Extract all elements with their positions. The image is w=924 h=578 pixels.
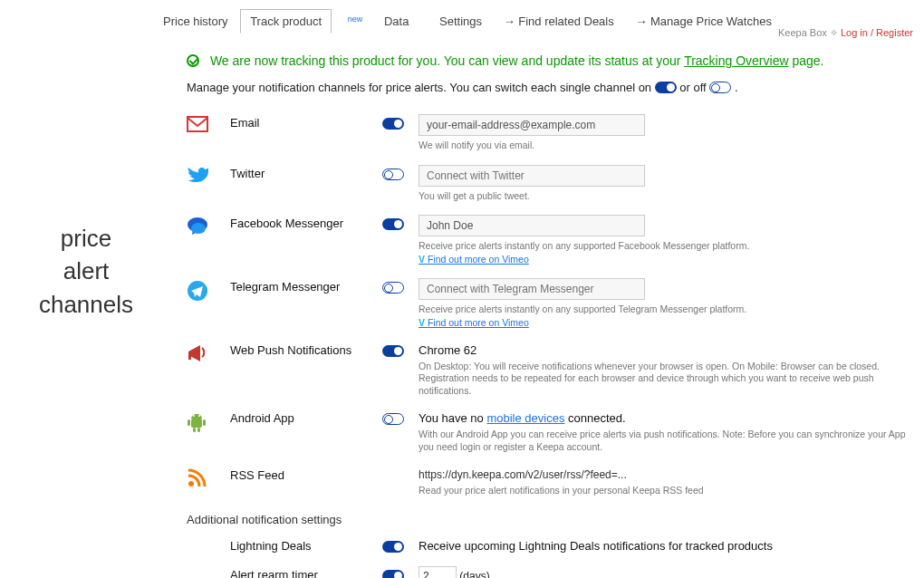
rss-sub: Read your price alert notifications in y… <box>419 485 906 497</box>
email-toggle[interactable] <box>382 118 404 130</box>
tracking-overview-link[interactable]: Tracking Overview <box>684 53 788 68</box>
megaphone-icon <box>187 343 208 363</box>
check-icon <box>187 54 199 67</box>
messenger-icon <box>187 217 208 236</box>
svg-rect-7 <box>203 419 206 426</box>
setting-rearm: Alert rearm timer 2 (days) How does it w… <box>187 559 924 578</box>
twitter-connect-input[interactable] <box>419 165 645 187</box>
channel-rss: RSS Feed https://dyn.keepa.com/v2/user/r… <box>187 459 924 503</box>
email-sub: We will notify you via email. <box>419 140 906 152</box>
push-sub: On Desktop: You will receive notificatio… <box>419 361 906 398</box>
setting-label: Alert rearm timer <box>230 566 382 578</box>
svg-rect-6 <box>188 419 190 426</box>
channel-android: Android App You have no mobile devices c… <box>187 402 924 458</box>
login-link[interactable]: Log in / Register <box>841 27 913 38</box>
new-badge: new <box>339 10 372 28</box>
android-icon <box>187 411 207 433</box>
email-input[interactable] <box>419 114 645 136</box>
mobile-devices-link[interactable]: mobile devices <box>486 411 564 425</box>
toggle-on-example-icon <box>655 82 677 93</box>
tg-toggle[interactable] <box>382 282 404 294</box>
channel-label: Facebook Messenger <box>230 215 382 230</box>
lightning-text: Receive upcoming Lightning Deals notific… <box>419 537 906 553</box>
intro-text: Manage your notification channels for pr… <box>187 81 924 94</box>
fbm-input[interactable] <box>419 215 645 236</box>
channel-label: RSS Feed <box>230 467 382 482</box>
rearm-days-input[interactable]: 2 <box>419 566 457 578</box>
tg-connect-input[interactable] <box>419 278 645 300</box>
svg-rect-0 <box>188 117 207 131</box>
android-status: You have no mobile devices connected. <box>419 409 906 425</box>
channel-label: Twitter <box>230 165 382 180</box>
svg-point-2 <box>191 223 206 234</box>
tab-track-product[interactable]: Track product <box>240 9 332 34</box>
setting-label: Lightning Deals <box>230 537 382 553</box>
twitter-icon <box>187 167 208 185</box>
channel-twitter: Twitter You will get a public tweet. <box>187 158 924 208</box>
android-sub: With our Android App you can receive pri… <box>419 429 906 453</box>
fbm-sub: Receive price alerts instantly on any su… <box>419 240 906 253</box>
svg-point-10 <box>193 415 195 417</box>
rss-icon <box>187 468 207 488</box>
push-value: Chrome 62 <box>419 342 906 357</box>
fbm-vimeo-link[interactable]: Find out more on Vimeo <box>419 254 529 265</box>
channel-label: Email <box>230 114 382 130</box>
rearm-toggle[interactable] <box>382 570 404 578</box>
channel-email: Email We will notify you via email. <box>187 107 924 158</box>
rearm-unit: (days) <box>459 570 489 578</box>
fbm-toggle[interactable] <box>382 218 404 230</box>
push-toggle[interactable] <box>382 345 404 357</box>
email-icon <box>187 116 208 132</box>
tab-manage-watches[interactable]: → Manage Price Watches <box>626 10 781 33</box>
svg-rect-4 <box>188 352 191 360</box>
tg-vimeo-link[interactable]: Find out more on Vimeo <box>419 317 529 328</box>
rss-url[interactable]: https://dyn.keepa.com/v2/user/rss/?feed=… <box>419 467 906 481</box>
lightning-toggle[interactable] <box>382 541 404 553</box>
brand-label: Keepa Box <box>778 27 830 38</box>
channel-fb-messenger: Facebook Messenger Receive price alerts … <box>187 207 924 271</box>
setting-lightning: Lightning Deals Receive upcoming Lightni… <box>187 530 924 559</box>
svg-point-11 <box>198 415 200 417</box>
svg-rect-9 <box>197 428 200 432</box>
android-toggle[interactable] <box>382 413 404 425</box>
tracking-banner: We are now tracking this product for you… <box>187 53 924 68</box>
svg-rect-5 <box>191 419 202 428</box>
channel-webpush: Web Push Notifications Chrome 62 On Desk… <box>187 334 924 403</box>
twitter-toggle[interactable] <box>382 169 404 180</box>
svg-rect-8 <box>193 428 196 432</box>
tg-sub: Receive price alerts instantly on any su… <box>419 303 906 316</box>
telegram-icon <box>187 280 208 302</box>
tab-find-deals[interactable]: → Find related Deals <box>495 10 623 33</box>
svg-point-12 <box>188 481 194 486</box>
header-right: Keepa Box ✧ Log in / Register <box>778 27 913 39</box>
tab-price-history[interactable]: Price history <box>154 10 237 33</box>
side-caption: price alert channels <box>23 222 149 321</box>
channel-telegram: Telegram Messenger Receive price alerts … <box>187 271 924 334</box>
additional-heading: Additional notification settings <box>187 513 924 526</box>
toggle-off-example-icon <box>709 82 731 93</box>
twitter-sub: You will get a public tweet. <box>419 190 906 203</box>
tab-data[interactable]: new Data <box>335 5 428 37</box>
channel-label: Web Push Notifications <box>230 342 382 357</box>
tab-settings[interactable]: Settings <box>430 10 491 33</box>
channel-label: Telegram Messenger <box>230 278 382 294</box>
channel-label: Android App <box>230 409 382 425</box>
